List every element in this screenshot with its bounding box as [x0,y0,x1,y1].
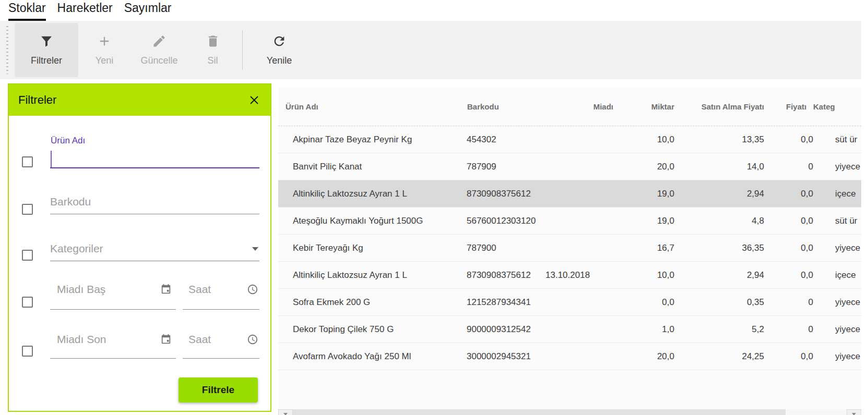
trash-icon [206,34,220,51]
cell-barkodu: 56760012303120 [459,207,538,234]
column-header[interactable]: Kateg [813,88,861,126]
calendar-icon[interactable] [160,334,172,345]
cell-barkodu: 454302 [459,126,538,153]
kategoriler-underline [50,261,259,261]
urun-adi-input[interactable] [50,147,259,167]
table-row[interactable]: Ateşoğlu Kaymaklı Yoğurt 1500G 567600123… [278,207,861,235]
urun-adi-underline [50,167,259,168]
cell-satin-alma-fiyati: 36,35 [674,235,764,261]
miadi-bas-underline [50,309,176,310]
table-header-row: Ürün Adı Barkodu Miadı Miktar Satın Alma… [278,88,861,126]
horizontal-scrollbar[interactable] [278,409,861,415]
miadi-bas-input[interactable]: Miadı Baş [57,283,105,296]
cell-fiyati: 0,0 [764,207,813,234]
cell-satin-alma-fiyati: 2,94 [674,262,764,288]
table-row[interactable]: Akpinar Taze Beyaz Peynir Kg 454302 10,0… [278,126,861,153]
close-icon[interactable] [248,94,260,106]
column-header[interactable]: Barkodu [459,88,538,126]
toolbar-buttons: Filtreler Yeni Güncelle Sil [15,23,308,77]
table-row[interactable]: Avofarm Avokado Yağı 250 Ml 300000294532… [278,343,861,370]
scroll-left-button[interactable] [278,409,293,415]
cell-urun-adi: Kebir Tereyağı Kg [278,235,459,261]
cell-miadi [538,126,613,153]
refresh-icon [272,34,287,51]
tab-bar: Stoklar Hareketler Sayımlar [0,0,868,21]
cell-satin-alma-fiyati: 4,8 [674,207,764,234]
cell-fiyati: 0 [764,289,813,315]
calendar-icon[interactable] [160,284,172,295]
cell-kategori: yiyece [813,289,861,315]
kategoriler-select[interactable]: Kategoriler [50,242,103,255]
cell-kategori: süt ür [813,126,861,153]
scroll-right-button[interactable] [847,409,861,415]
table-row[interactable]: Kebir Tereyağı Kg 787900 16,7 36,35 0,0 … [278,235,861,262]
cell-barkodu: 1215287934341 [459,289,538,315]
column-header[interactable]: Miktar [613,88,674,126]
toolbar-drag-handle[interactable] [6,26,8,74]
cell-kategori: yiyece [813,343,861,370]
app-window: Stoklar Hareketler Sayımlar Filtreler Ye… [0,0,868,415]
miadi-son-underline [50,358,176,359]
checkbox-miadi-bas[interactable] [22,297,33,308]
filter-panel-header: Filtreler [9,84,270,116]
table-row[interactable]: Sofra Ekmek 200 G 1215287934341 0,0 0,35… [278,289,861,316]
checkbox-kategoriler[interactable] [22,250,33,261]
chevron-down-icon[interactable] [252,247,258,251]
toolbar: Filtreler Yeni Güncelle Sil [0,21,861,79]
filter-icon [39,34,54,51]
cell-kategori: yiyece [813,235,861,261]
tab-hareketler[interactable]: Hareketler [57,1,113,21]
table-row[interactable]: Banvit Piliç Kanat 787909 20,0 14,0 0 yi… [278,153,861,180]
cell-satin-alma-fiyati: 2,94 [674,180,764,207]
tab-stoklar[interactable]: Stoklar [8,1,46,21]
toolbar-divider [242,30,243,70]
checkbox-urun-adi[interactable] [22,156,33,167]
cell-miktar: 20,0 [613,343,674,370]
scroll-arrow-icon [283,413,288,415]
cell-urun-adi: Dekor Toping Çilek 750 G [278,316,459,343]
cell-kategori: yiyece [813,153,861,180]
cell-miadi [538,180,613,207]
table-row[interactable]: Altinkiliç Laktozsuz Ayran 1 L 873090837… [278,180,861,207]
column-header[interactable]: Ürün Adı [278,88,459,126]
barkodu-input[interactable]: Barkodu [50,196,91,208]
checkbox-miadi-son[interactable] [22,346,33,357]
delete-button[interactable]: Sil [188,23,237,77]
cell-miadi [538,153,613,180]
apply-filter-button[interactable]: Filtrele [179,377,258,402]
filters-button[interactable]: Filtreler [15,23,78,77]
clock-icon[interactable] [247,284,258,295]
cell-miktar: 16,7 [613,235,674,261]
checkbox-barkodu[interactable] [22,204,33,215]
cell-barkodu: 8730908375612 [459,180,538,207]
miadi-son-input[interactable]: Miadı Son [57,333,106,346]
new-button[interactable]: Yeni [78,23,130,77]
saat-bas-input[interactable]: Saat [188,283,211,296]
column-header[interactable]: Satın Alma Fiyatı [674,88,764,126]
cell-urun-adi: Altinkiliç Laktozsuz Ayran 1 L [278,262,459,288]
cell-fiyati: 0 [764,153,813,180]
new-button-label: Yeni [96,55,113,66]
refresh-button-label: Yenile [267,55,292,66]
saat-son-input[interactable]: Saat [188,333,211,346]
cell-barkodu: 787900 [459,235,538,261]
delete-button-label: Sil [207,55,218,66]
refresh-button[interactable]: Yenile [251,23,308,77]
cell-satin-alma-fiyati: 13,35 [674,126,764,153]
table-row[interactable]: Dekor Toping Çilek 750 G 9000009312542 1… [278,316,861,343]
column-header[interactable]: Fiyatı [764,88,813,126]
clock-icon[interactable] [247,334,258,345]
cell-miadi [538,207,613,234]
cell-kategori: yiyece [813,316,861,343]
cell-miktar: 10,0 [613,126,674,153]
filters-button-label: Filtreler [31,55,62,66]
table-row[interactable]: Altinkiliç Laktozsuz Ayran 1 L 873090837… [278,262,861,289]
saat-son-underline [183,358,259,359]
column-header[interactable]: Miadı [538,88,613,126]
tab-sayimlar[interactable]: Sayımlar [124,1,172,21]
cell-miktar: 19,0 [613,180,674,207]
cell-fiyati: 0,0 [764,180,813,207]
scrollbar-thumb[interactable] [293,409,786,415]
update-button[interactable]: Güncelle [130,23,188,77]
cell-miadi [538,316,613,343]
